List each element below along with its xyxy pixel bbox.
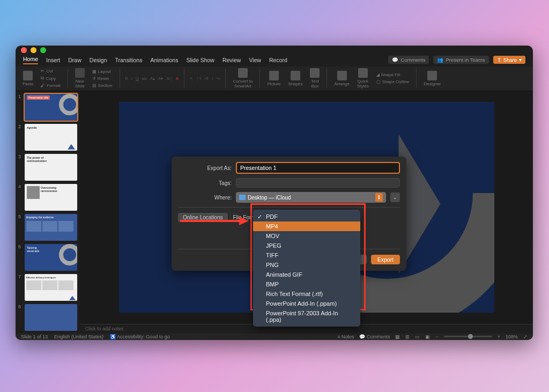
minimize-window-button[interactable] [31,47,36,53]
dropdown-item-jpeg[interactable]: JPEG [253,241,360,250]
thumbnail-slide-3[interactable]: The power of communication [25,154,77,181]
cut-button[interactable]: ✂Cut [39,68,62,74]
textbox-button[interactable]: Text Box [308,68,321,88]
chevron-down-icon: ▾ [519,57,522,63]
shapes-button[interactable]: Shapes [286,71,304,86]
copy-button[interactable]: ⧉Copy [39,75,62,82]
thumbnail-slide-8[interactable] [25,304,77,331]
zoom-in-button[interactable]: + [498,334,500,339]
export-filename-input[interactable] [236,162,400,174]
export-button[interactable]: Export [371,255,400,264]
bullets-button[interactable]: ≡ [190,76,192,81]
font-size-up-button[interactable]: A▴ [150,76,155,81]
section-icon: ▤ [92,83,97,88]
ribbon: Paste ✂Cut ⧉Copy 🖌Format New Slide ▦Layo… [16,66,533,91]
status-notes-button[interactable]: ≡ Notes [337,334,354,339]
thumbnail-slide-4[interactable]: Overcoming nervousness [25,184,77,211]
tab-record[interactable]: Record [269,57,287,63]
italic-button[interactable]: I [131,76,132,81]
dropdown-item-ppam[interactable]: PowerPoint Add-In (.ppam) [253,299,360,308]
strike-button[interactable]: ab [142,76,147,81]
numbering-button[interactable]: ⋮≡ [195,76,202,81]
font-color-button[interactable]: A [176,76,179,81]
zoom-level[interactable]: 108% [506,334,518,339]
reset-icon: ↺ [92,76,96,81]
new-slide-button[interactable]: New Slide [73,68,86,88]
zoom-out-button[interactable]: − [435,334,438,339]
tab-slideshow[interactable]: Slide Show [186,57,214,63]
comments-button[interactable]: 💬Comments [388,56,429,64]
arrange-button[interactable]: Arrange [332,71,351,86]
dropdown-item-mp4[interactable]: MP4 [253,221,360,231]
dropdown-item-animated-gif[interactable]: Animated GIF [253,270,360,279]
quick-styles-button[interactable]: Quick Styles [355,68,370,88]
designer-button[interactable]: Designer [422,71,442,86]
status-bar: Slide 1 of 13 English (United States) ♿ … [16,334,533,340]
bold-button[interactable]: B [125,76,128,81]
status-accessibility[interactable]: ♿ Accessibility: Good to go [110,334,170,339]
align-left-button[interactable]: ⫷ [204,76,209,81]
tags-label: Tags: [178,180,232,186]
dropdown-item-png[interactable]: PNG [253,260,360,270]
smartart-icon [238,68,248,78]
reset-button[interactable]: ↺Reset [91,76,114,82]
arrange-icon [337,71,347,80]
underline-button[interactable]: U [136,76,139,81]
line-spacing-button[interactable]: ↕ [211,76,213,81]
picture-button[interactable]: Picture [265,71,282,86]
tab-animations[interactable]: Animations [150,57,178,63]
expand-dialog-button[interactable]: ⌄ [390,193,400,202]
close-window-button[interactable] [21,47,27,53]
tab-draw[interactable]: Draw [68,57,81,63]
convert-smartart-button[interactable]: Convert to SmartArt [231,68,254,88]
shape-fill-button[interactable]: ◢Shape Fill [375,72,411,78]
status-comments-button[interactable]: 💬 Comments [359,334,390,339]
tags-input[interactable] [236,178,400,188]
shape-outline-button[interactable]: ▢Shape Outline [375,79,411,85]
slide-thumbnails-panel[interactable]: 1Presentation title 2Agenda 3The power o… [16,91,80,334]
thumbnail-slide-1[interactable]: Presentation title [25,94,77,121]
thumbnail-slide-5[interactable]: Engaging the audience [25,214,77,241]
tab-insert[interactable]: Insert [46,57,60,63]
designer-icon [427,71,437,80]
comment-icon: 💬 [392,57,398,63]
view-slideshow-button[interactable]: ▣ [425,334,430,339]
dropdown-item-pdf[interactable]: PDF [253,212,360,221]
format-painter-button[interactable]: 🖌Format [39,83,62,88]
share-button[interactable]: ⇧Share ▾ [493,56,525,64]
tab-view[interactable]: View [249,57,261,63]
notes-icon: ≡ [337,334,342,339]
dropdown-item-tiff[interactable]: TIFF [253,250,360,260]
dropdown-item-mov[interactable]: MOV [253,231,360,241]
layout-button[interactable]: ▦Layout [91,69,114,75]
chevron-down-icon: ⌄ [393,195,397,200]
view-normal-button[interactable]: ▦ [395,334,400,339]
fill-icon: ◢ [376,72,380,77]
present-in-teams-button[interactable]: 👥Present in Teams [433,56,488,64]
clear-format-button[interactable]: A◇ [166,76,172,81]
tab-transitions[interactable]: Transitions [115,57,142,63]
dropdown-item-rtf[interactable]: Rich Text Format (.rtf) [253,289,360,299]
where-select[interactable]: Desktop — iCloud ▲▼ [236,192,386,203]
thumbnail-slide-2[interactable]: Agenda [25,124,77,151]
menubar: Home Insert Draw Design Transitions Anim… [16,55,533,66]
online-locations-button[interactable]: Online Locations [178,213,228,222]
font-size-down-button[interactable]: A▾ [158,76,163,81]
file-format-dropdown[interactable]: PDF MP4 MOV JPEG TIFF PNG Animated GIF B… [253,210,360,327]
thumbnail-slide-6[interactable]: Tailoring visual aids [25,244,77,271]
maximize-window-button[interactable] [40,47,46,53]
dropdown-item-bmp[interactable]: BMP [253,279,360,289]
view-reading-button[interactable]: ▭ [415,334,420,339]
fit-to-window-button[interactable]: ⤢ [523,334,528,339]
status-language[interactable]: English (United States) [54,334,103,339]
thumbnail-slide-7[interactable]: Effective delivery techniques [25,274,77,301]
tab-review[interactable]: Review [222,57,241,63]
tab-home[interactable]: Home [23,56,38,64]
dropdown-item-ppa[interactable]: PowerPoint 97-2003 Add-In (.ppa) [253,308,360,324]
view-sorter-button[interactable]: ⊞ [405,334,410,339]
text-direction-button[interactable]: ↪ [216,76,220,81]
paste-button[interactable]: Paste [21,71,35,86]
section-button[interactable]: ▤Section [91,83,114,88]
zoom-slider[interactable] [444,336,492,337]
tab-design[interactable]: Design [90,57,107,63]
